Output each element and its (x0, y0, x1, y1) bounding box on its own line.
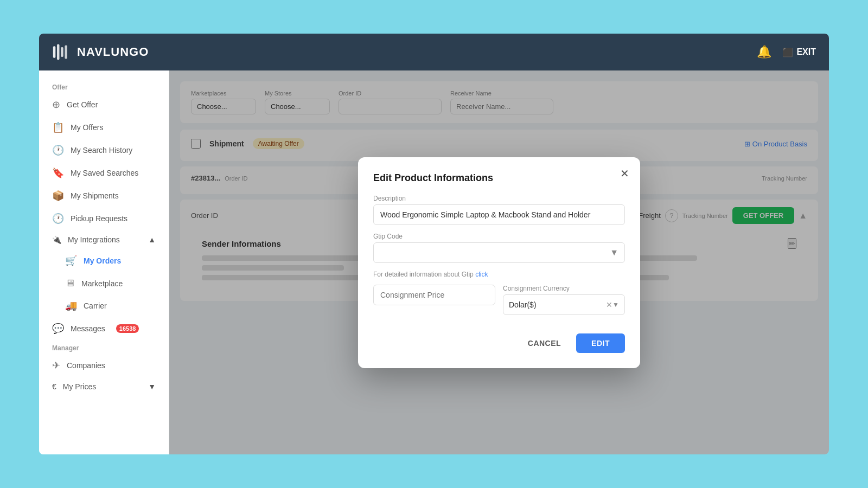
gtip-select-wrapper: ▼ (373, 242, 625, 263)
logo: NAVLUNGO (52, 42, 149, 62)
gtip-hint-text: For detailed information about Gtip clic… (373, 271, 625, 278)
consignment-price-field (373, 285, 495, 315)
modal-close-button[interactable]: ✕ (620, 168, 629, 179)
header: NAVLUNGO 🔔 ⬛ EXIT (39, 34, 829, 70)
currency-value: Dolar($) (509, 295, 606, 314)
gtip-code-label: Gtip Code (373, 233, 625, 240)
consignment-fields: Consignment Currency Dolar($) ✕ ▼ (373, 285, 625, 323)
svg-rect-2 (61, 47, 63, 57)
exit-button[interactable]: ⬛ EXIT (782, 47, 816, 57)
edit-product-modal: Edit Product Informations ✕ Description … (358, 157, 640, 368)
sidebar-item-marketplace[interactable]: 🖥 Marketplace (39, 272, 169, 294)
chevron-up-icon: ▲ (148, 235, 156, 244)
header-right: 🔔 ⬛ EXIT (757, 45, 816, 59)
sidebar-item-my-orders[interactable]: 🛒 My Orders (39, 249, 169, 272)
description-input[interactable] (373, 204, 625, 225)
sidebar-item-my-prices[interactable]: € My Prices ▼ (39, 377, 169, 396)
modal-title: Edit Product Informations (373, 172, 625, 184)
content-area: Marketplaces Choose... My Stores Choose.… (169, 70, 829, 454)
description-field: Description (373, 195, 625, 225)
edit-button[interactable]: EDIT (576, 333, 625, 353)
modal-actions: CANCEL EDIT (373, 333, 625, 353)
notification-bell[interactable]: 🔔 (757, 45, 771, 59)
consignment-currency-label: Consignment Currency (503, 285, 625, 292)
sidebar-item-messages[interactable]: 💬 Messages 16538 (39, 317, 169, 340)
consignment-price-input[interactable] (373, 285, 495, 305)
offer-section-label: Offer (39, 79, 169, 93)
logo-text: NAVLUNGO (77, 45, 149, 59)
pickup-icon: 🕐 (52, 213, 64, 224)
currency-clear-button[interactable]: ✕ (606, 300, 612, 309)
sidebar-item-my-shipments[interactable]: 📦 My Shipments (39, 184, 169, 207)
plane-icon: ✈ (52, 359, 60, 371)
sidebar-item-pickup-requests[interactable]: 🕐 Pickup Requests (39, 207, 169, 230)
main-layout: Offer ⊕ Get Offer 📋 My Offers 🕐 My Searc… (39, 70, 829, 454)
svg-rect-0 (53, 46, 56, 58)
manager-section-label: Manager (39, 340, 169, 354)
sidebar-item-my-offers[interactable]: 📋 My Offers (39, 116, 169, 139)
sidebar-item-get-offer[interactable]: ⊕ Get Offer (39, 93, 169, 116)
consignment-currency-field: Consignment Currency Dolar($) ✕ ▼ (503, 285, 625, 315)
plus-circle-icon: ⊕ (52, 99, 60, 111)
sidebar-item-companies[interactable]: ✈ Companies (39, 354, 169, 377)
chat-icon: 💬 (52, 323, 64, 335)
svg-rect-3 (65, 45, 67, 59)
gtip-code-select[interactable] (373, 242, 625, 263)
exit-icon: ⬛ (782, 47, 793, 57)
sidebar-item-my-saved-searches[interactable]: 🔖 My Saved Searches (39, 162, 169, 184)
currency-wrapper: Dolar($) ✕ ▼ (503, 294, 625, 315)
integrations-icon: 🔌 (52, 235, 61, 244)
gtip-code-field: Gtip Code ▼ (373, 233, 625, 263)
modal-overlay[interactable]: Edit Product Informations ✕ Description … (169, 70, 829, 454)
list-icon: 📋 (52, 121, 64, 133)
sidebar-item-my-search-history[interactable]: 🕐 My Search History (39, 139, 169, 162)
monitor-icon: 🖥 (65, 278, 75, 289)
currency-chevron-icon: ▼ (612, 301, 619, 309)
chevron-down-icon: ▼ (148, 382, 156, 391)
sidebar-item-carrier[interactable]: 🚚 Carrier (39, 294, 169, 317)
svg-rect-1 (57, 44, 60, 60)
sidebar: Offer ⊕ Get Offer 📋 My Offers 🕐 My Searc… (39, 70, 169, 454)
clock-icon: 🕐 (52, 144, 64, 156)
description-label: Description (373, 195, 625, 202)
euro-icon: € (52, 382, 56, 391)
cart-icon: 🛒 (65, 255, 77, 267)
box-icon: 📦 (52, 190, 64, 202)
truck-icon: 🚚 (65, 300, 77, 312)
sidebar-item-my-integrations[interactable]: 🔌 My Integrations ▲ (39, 230, 169, 249)
cancel-button[interactable]: CANCEL (519, 333, 570, 353)
gtip-hint-link[interactable]: click (475, 271, 488, 278)
bookmark-icon: 🔖 (52, 167, 64, 179)
messages-badge: 16538 (116, 324, 139, 333)
